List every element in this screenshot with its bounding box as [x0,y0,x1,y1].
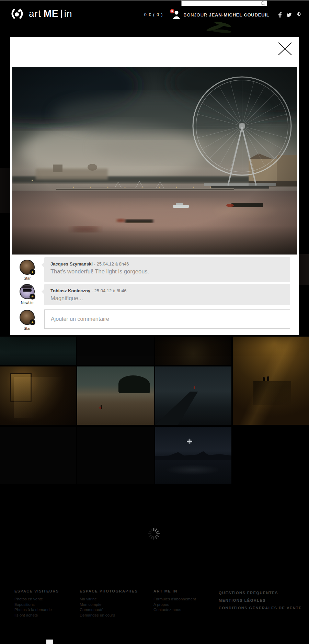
gallery-thumbnail[interactable] [155,337,231,365]
footer-column-legal: QUESTIONS FRÉQUENTES MENTIONS LÉGALES CO… [219,589,302,612]
rank-star-badge: ★ [30,294,35,300]
notifications-badge: 9 [170,9,174,13]
twitter-icon[interactable] [286,13,292,17]
comment-bubble: Tobiasz Konieczny - 25.04.12 à 8h46 Magn… [44,284,290,305]
cart-total[interactable]: 0 € ( 0 ) [144,12,163,17]
gallery-thumbnail[interactable] [155,427,231,484]
comment-text: That's wonderful! The light is gorgeous. [50,268,284,275]
footer-legal-link[interactable]: QUESTIONS FRÉQUENTES [219,589,302,597]
account-icon[interactable]: 9 [171,10,180,20]
comment-author[interactable]: Tobiasz Konieczny [50,288,90,293]
rank-star-badge: ★ [30,319,35,325]
footer-legal-link[interactable]: CONDITIONS GÉNÉRALES DE VENTE [219,604,302,612]
add-comment-input[interactable] [44,309,290,329]
close-icon[interactable] [277,42,293,56]
rock-island [118,375,150,393]
footer-link[interactable]: Photos à la demande [14,607,59,613]
gallery-thumbnail[interactable] [77,366,154,425]
footer-heading: ESPACE PHOTOGRAPHES [80,589,138,593]
rank-label: Star [15,326,39,330]
footer-link[interactable]: Demandes en cours [80,613,138,618]
water-reflection [165,465,220,475]
pinterest-icon[interactable] [297,12,301,18]
comment-header: Tobiasz Konieczny - 25.04.12 à 8h46 [50,288,284,293]
comment-author[interactable]: Jacques Szymanski [50,261,93,267]
bottom-widget[interactable] [46,640,53,644]
footer-link[interactable]: A propos [153,602,196,608]
footer-link[interactable]: Communauté [80,607,138,613]
street-person-silhouette [263,377,265,381]
commenter-avatar[interactable]: ★ [20,260,35,275]
footer-link[interactable]: Ils ont acheté [14,613,59,618]
footer-link[interactable]: Mon compte [80,602,138,608]
comment-text: Magnifique... [50,295,284,302]
pier-person-red [194,386,195,389]
social-links [278,12,301,18]
search-box [181,0,267,6]
plant-leaves [205,20,234,37]
search-icon[interactable] [261,1,265,6]
rank-label: Star [15,276,39,280]
sun-star [187,439,192,444]
commenter-avatar[interactable]: ★ [20,284,35,299]
user-greeting[interactable]: BONJOUR JEAN-MICHEL COUDEUIL [184,12,270,18]
photo-modal: London Eye par Jacques Szymanski - 25.04… [10,37,299,335]
logo-divider [61,10,62,18]
gallery-thumbnail[interactable] [0,366,76,425]
footer-heading: ART ME IN [153,589,196,593]
footer-column-photographes: ESPACE PHOTOGRAPHES Ma vitrine Mon compt… [80,589,138,618]
avatar-hat [22,285,32,289]
avatar-glasses [23,289,32,292]
page-root: art ME in 0 € ( 0 ) 9 [0,0,309,644]
footer-link[interactable]: Ma vitrine [80,597,138,602]
light-ray [14,377,69,418]
footer-link[interactable]: Formules d'abonnement [153,597,196,602]
footer-link[interactable]: Photos en vente [14,597,59,602]
gallery-thumbnail[interactable] [77,427,154,484]
street-person-silhouette [267,376,269,381]
comment-bubble: Jacques Szymanski - 25.04.12 à 8h46 That… [44,257,290,282]
logo-text: art ME in [29,8,72,19]
rank-star-badge: ★ [30,269,35,275]
red-float [99,407,101,409]
footer-heading: ESPACE VISITEURS [14,589,59,593]
gallery-thumbnail[interactable] [77,337,154,365]
footer-link[interactable]: Contactez-nous [153,607,196,613]
gallery-thumbnail [299,254,309,285]
gallery-thumbnail[interactable] [233,337,309,425]
footer-column-artmein: ART ME IN Formules d'abonnement A propos… [153,589,196,613]
user-name: JEAN-MICHEL COUDEUIL [209,12,269,18]
castle-silhouette [155,450,231,460]
search-input[interactable] [182,1,261,5]
footer-column-visiteurs: ESPACE VISITEURS Photos en vente Exposit… [14,589,59,618]
pier [155,387,231,425]
camera-logo-icon [10,9,25,19]
footer-legal-link[interactable]: MENTIONS LÉGALES [219,597,302,604]
comment-header: Jacques Szymanski - 25.04.12 à 8h46 [50,261,284,267]
main-photo [12,67,297,255]
street-shadow [253,381,291,405]
current-user-avatar[interactable]: ★ [20,310,35,325]
logo[interactable]: art ME in [10,8,72,19]
gallery-thumbnail [0,168,10,213]
footer-link[interactable]: Expositions [14,602,59,608]
loading-spinner [148,528,160,540]
gallery-thumbnail[interactable] [0,337,76,365]
gallery-thumbnail[interactable] [155,366,231,425]
gallery-thumbnail[interactable] [0,427,76,484]
rank-label: Newbie [15,301,39,305]
facebook-icon[interactable] [278,12,282,18]
